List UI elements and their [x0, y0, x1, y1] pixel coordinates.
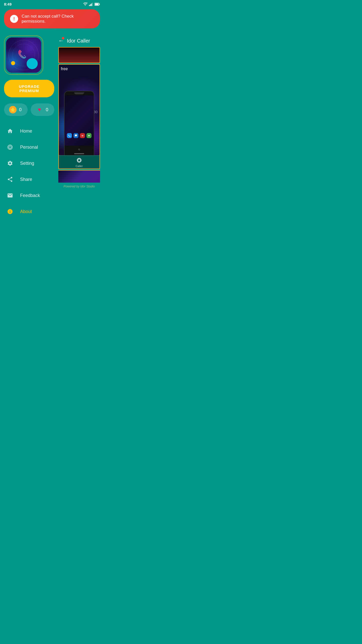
nav-item-personal[interactable]: Personal	[4, 139, 54, 155]
share-icon	[6, 175, 14, 183]
phone-icon	[16, 46, 31, 61]
battery-icon	[95, 3, 100, 6]
svg-rect-5	[91, 4, 92, 6]
svg-rect-6	[92, 3, 93, 6]
panel-header: ← Idor Caller	[58, 35, 100, 47]
app-icon	[6, 37, 41, 73]
settings-icon	[6, 159, 14, 167]
share-label: Share	[20, 177, 32, 182]
free-label: free	[61, 67, 68, 71]
feedback-label: Feedback	[20, 193, 40, 198]
powered-by: Powered by Idor Studio	[58, 183, 100, 189]
caller-tab-icon	[59, 157, 100, 165]
heart-stat: ♥ 0	[31, 103, 54, 116]
back-button[interactable]: ←	[58, 37, 64, 44]
status-icons	[83, 3, 100, 6]
heart-icon: ♥	[36, 106, 43, 113]
theme-preview-main: free 30	[59, 65, 100, 155]
wifi-x-icon	[83, 3, 87, 6]
nav-item-feedback[interactable]: Feedback	[4, 187, 54, 204]
setting-label: Setting	[20, 161, 34, 166]
svg-point-0	[85, 5, 86, 6]
stats-row: ⭐ 0 ♥ 0	[4, 103, 54, 116]
nav-item-setting[interactable]: Setting	[4, 155, 54, 171]
nav-item-share[interactable]: Share	[4, 171, 54, 187]
status-bar: 8:49	[0, 0, 104, 7]
nav-item-home[interactable]: Home	[4, 123, 54, 139]
theme-card-bottom[interactable]	[58, 170, 100, 183]
nav-item-about[interactable]: About	[4, 204, 54, 220]
star-icon: ⭐	[9, 106, 17, 113]
error-banner[interactable]: ! Can not accept call? Check permissions…	[4, 9, 100, 28]
signal-icon	[89, 3, 93, 6]
personal-label: Personal	[20, 145, 38, 150]
star-stat: ⭐ 0	[4, 103, 28, 116]
nav-menu: Home Personal Setting	[4, 123, 54, 220]
tab-bar: Caller	[59, 155, 100, 169]
heart-count: 0	[46, 107, 48, 112]
app-icon-wrapper	[4, 35, 43, 75]
dock-other-icon	[86, 133, 92, 138]
phone-device-mockup: M G	[64, 91, 94, 155]
about-icon	[6, 208, 14, 216]
feedback-icon	[6, 191, 14, 199]
main-content: UPGRADE PREMIUM ⭐ 0 ♥ 0 Home	[0, 30, 104, 220]
home-icon	[6, 127, 14, 135]
svg-rect-4	[90, 4, 91, 6]
upgrade-premium-button[interactable]: UPGRADE PREMIUM	[4, 80, 54, 97]
error-text: Can not accept call? Check permissions.	[22, 14, 94, 24]
theme-preview-top	[59, 48, 100, 63]
svg-rect-8	[95, 3, 99, 5]
star-count: 0	[19, 107, 22, 112]
theme-cards: free 30	[58, 47, 100, 183]
right-panel: ← Idor Caller free 30	[58, 35, 100, 220]
theme-card-top[interactable]	[58, 47, 100, 63]
left-panel: UPGRADE PREMIUM ⭐ 0 ♥ 0 Home	[4, 35, 54, 220]
svg-rect-9	[99, 4, 100, 5]
error-icon: !	[10, 15, 18, 23]
panel-title: Idor Caller	[67, 38, 90, 44]
phone-search-bar: G	[65, 146, 94, 152]
notification-dot	[62, 37, 64, 39]
dock-gmail-icon: M	[80, 133, 85, 138]
svg-rect-3	[89, 5, 90, 6]
time-display: 8:49	[4, 2, 12, 6]
home-label: Home	[20, 129, 32, 134]
about-label: About	[20, 209, 32, 214]
caller-tab-label: Caller	[59, 165, 100, 168]
svg-point-10	[88, 135, 90, 136]
dock-msg-icon	[73, 133, 78, 138]
theme-card-main[interactable]: free 30	[58, 64, 100, 169]
dock-phone-icon	[67, 133, 72, 138]
lens-icon	[6, 143, 14, 151]
